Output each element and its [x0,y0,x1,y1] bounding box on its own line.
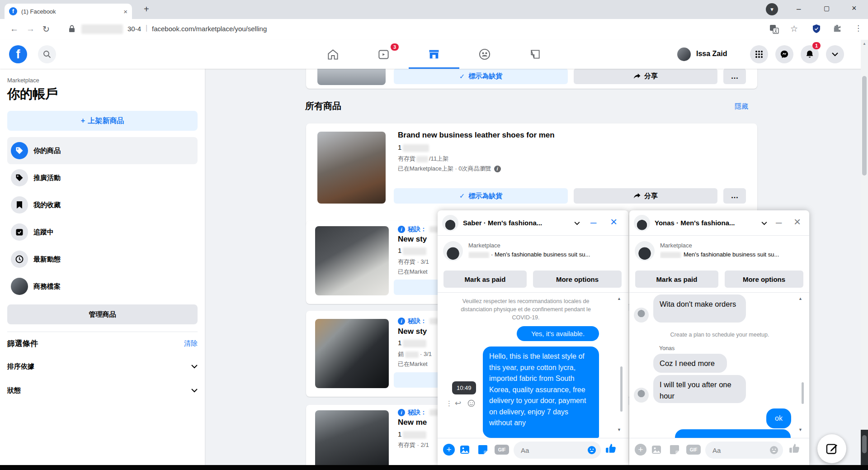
thumbs-up-icon[interactable] [605,443,617,455]
chat-scrollbar-thumb[interactable] [802,382,804,404]
page-scrollbar-thumb[interactable] [862,76,867,176]
gif-icon[interactable]: GIF [686,445,701,455]
manage-listings-button[interactable]: 管理商品 [7,304,198,324]
chevron-down-icon[interactable] [761,222,767,225]
page-scrollbar-track[interactable]: ▲ [861,40,868,465]
listing-thumbnail[interactable] [315,410,389,465]
sidebar-item-saved[interactable]: 我的收藏 [7,191,198,218]
image-icon[interactable] [459,444,470,455]
listing-title[interactable]: New me [398,418,427,427]
extensions-puzzle-icon[interactable] [833,24,842,33]
mark-as-paid-button[interactable]: Mark as paid [443,271,527,288]
thumbs-up-icon[interactable] [788,443,800,455]
more-options-button[interactable]: More options [533,271,622,288]
nav-home-tab[interactable] [307,40,358,69]
window-maximize-icon[interactable]: ▢ [824,5,830,12]
facebook-logo[interactable]: f [9,45,27,63]
gif-icon[interactable]: GIF [495,445,509,455]
mark-sold-out-button[interactable]: ✓ 標示為缺貨 [394,188,568,204]
scroll-up-icon[interactable]: ▲ [617,296,621,301]
info-icon[interactable]: i [494,166,501,172]
sort-row[interactable]: 排序依據 [7,362,198,371]
nav-gaming-tab[interactable] [510,40,561,69]
search-button[interactable] [38,45,56,63]
attach-plus-icon[interactable]: + [443,444,455,456]
shield-extension-icon[interactable] [812,24,821,33]
scrollbar-dark-thumb[interactable] [862,435,867,453]
more-button[interactable]: … [723,69,746,84]
tab-close-icon[interactable]: × [123,8,127,15]
sidebar-item-promotions[interactable]: 推廣活動 [7,164,198,191]
chat-minimize-icon[interactable]: – [776,216,782,228]
create-listing-button[interactable]: + 上架新商品 [7,111,198,131]
listing-thumbnail[interactable] [317,69,386,85]
profile-avatar[interactable] [677,47,691,61]
sidebar-item-following[interactable]: 追蹤中 [7,218,198,246]
sidebar-item-business-profile[interactable]: 商務檔案 [7,273,198,300]
nav-watch-tab[interactable]: 3 [358,40,409,69]
message-input[interactable] [712,446,772,455]
chat-scrollbar-thumb[interactable] [620,366,623,412]
message-menu-icon[interactable]: ⋮ [446,399,453,408]
chat-input[interactable] [705,442,783,459]
chat-close-icon[interactable]: × [610,215,617,229]
sidebar-item-your-listings[interactable]: 你的商品 [7,137,198,164]
listing-title[interactable]: New sty [398,327,427,336]
more-options-button[interactable]: More options [725,271,803,288]
reload-icon[interactable]: ↻ [42,24,50,34]
hide-link[interactable]: 隱藏 [735,102,748,111]
chat-close-icon[interactable]: × [794,215,801,229]
bookmark-star-icon[interactable]: ☆ [790,24,798,34]
attach-plus-icon[interactable]: + [635,444,646,456]
mark-as-paid-button[interactable]: Mark as paid [635,271,718,288]
reply-icon[interactable]: ↩ [455,399,461,408]
padlock-icon[interactable] [69,25,75,33]
emoji-icon[interactable] [769,446,778,455]
messenger-button[interactable] [775,45,793,63]
emoji-icon[interactable] [587,446,596,455]
more-button[interactable]: … [723,188,746,204]
nav-groups-tab[interactable] [459,40,510,69]
clear-filters-link[interactable]: 清除 [184,339,198,348]
forward-icon[interactable]: → [26,24,35,34]
react-emoji-icon[interactable] [467,399,475,407]
listing-title[interactable]: Brand new business leather shoes for men [398,131,555,140]
url-prefix[interactable]: 30-4 [127,25,141,33]
download-status-icon[interactable]: ▾ [766,3,778,15]
listing-title[interactable]: New sty [398,235,427,244]
listing-thumbnail[interactable] [315,226,389,295]
window-minimize-icon[interactable]: – [797,5,801,14]
scrollbar-up-icon[interactable]: ▲ [863,42,866,46]
chevron-down-icon[interactable] [574,222,580,225]
account-menu-button[interactable] [826,45,844,63]
browser-menu-icon[interactable]: ⋮ [854,24,862,33]
profile-name[interactable]: Issa Zaid [696,50,727,58]
status-row[interactable]: 狀態 [7,386,198,395]
sidebar-item-recent-activity[interactable]: 最新動態 [7,246,198,273]
image-icon[interactable] [651,444,662,455]
browser-tab[interactable]: f (1) Facebook × [5,4,132,19]
sticker-icon[interactable] [477,444,488,455]
message-input[interactable] [520,446,587,455]
nav-marketplace-tab[interactable] [409,40,459,69]
translate-icon[interactable] [769,24,779,34]
scroll-up-icon[interactable]: ▲ [798,296,802,301]
new-tab-icon[interactable]: + [144,4,149,14]
listing-thumbnail[interactable] [317,132,386,204]
scroll-down-icon[interactable]: ▼ [798,427,802,432]
chat-minimize-icon[interactable]: – [590,216,596,228]
window-close-icon[interactable]: × [852,4,857,13]
url-text[interactable]: facebook.com/marketplace/you/selling [152,25,267,33]
new-message-button[interactable] [817,434,846,463]
chat-title[interactable]: Saber · Men's fashiona... [463,219,542,227]
chat-title[interactable]: Yonas · Men's fashiona... [655,219,735,227]
sticker-icon[interactable] [669,444,680,455]
apps-menu-button[interactable] [750,45,768,63]
back-icon[interactable]: ← [10,24,19,34]
chat-input[interactable] [514,442,601,459]
scroll-down-icon[interactable]: ▼ [617,427,621,432]
share-button[interactable]: 分享 [574,69,717,84]
share-button[interactable]: 分享 [574,188,717,204]
listing-thumbnail[interactable] [315,319,389,388]
mark-sold-out-button[interactable]: ✓ 標示為缺貨 [394,69,568,84]
